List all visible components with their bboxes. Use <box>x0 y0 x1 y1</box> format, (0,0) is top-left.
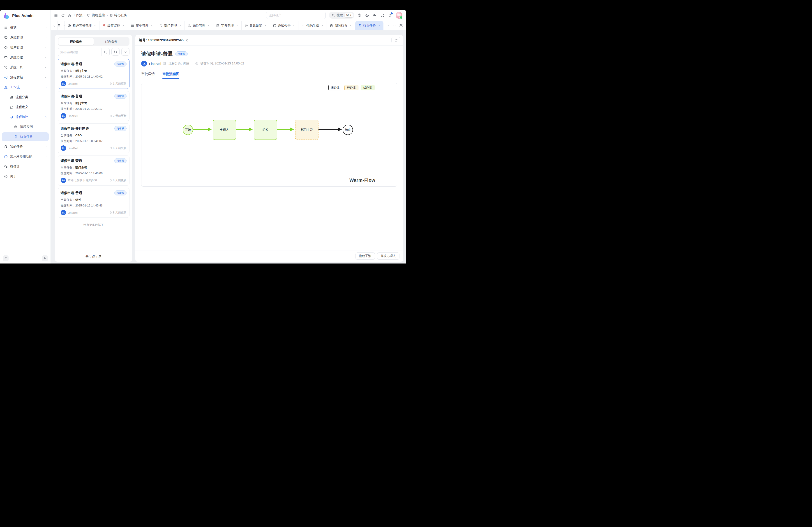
fullscreen-icon[interactable] <box>380 14 384 17</box>
tab-approval-flowchart[interactable]: 审批流程图 <box>162 72 179 79</box>
global-search-button[interactable]: 搜索 ⌘ K <box>329 12 354 19</box>
task-card[interactable]: 请假申请-普通 待审核 当前任务：部门主管 提交时间：2025-01-16 14… <box>58 155 129 185</box>
collapse-sidebar-button[interactable] <box>3 255 9 261</box>
task-card[interactable]: 请假申请-普通 待审核 当前任务：部门主管 提交时间：2025-01-23 14… <box>58 59 129 89</box>
avatar: LL <box>61 210 66 215</box>
sidebar-item-process-category[interactable]: 流程分类 <box>2 93 49 102</box>
flow-node-department-manager[interactable]: 部门主管 <box>295 120 318 140</box>
tools-icon <box>4 65 8 69</box>
detail-meta-row: LL LinaBell 流程分类: 请假 提交时间: 2025-01-23 14… <box>141 61 397 66</box>
refresh-icon[interactable] <box>61 14 65 17</box>
tab-menu-management[interactable]: 菜单管理 <box>128 21 156 30</box>
sidebar-item-system-monitor[interactable]: 系统监控 <box>2 53 49 62</box>
close-icon[interactable] <box>63 24 65 27</box>
tab-partial[interactable] <box>58 21 65 30</box>
user-avatar[interactable] <box>396 12 402 19</box>
chevron-down-icon <box>44 155 47 158</box>
tab-notice-announcement[interactable]: 通知公告 <box>270 21 299 30</box>
tab-post-management[interactable]: 岗位管理 <box>185 21 213 30</box>
process-intervene-button[interactable]: 流程干预 <box>356 253 375 260</box>
globe-icon <box>4 155 8 159</box>
breadcrumb-todo-tasks[interactable]: 待办任务 <box>110 13 128 17</box>
tabbar-end-actions <box>383 21 406 30</box>
tab-tenant-package[interactable]: 租户套餐管理 <box>65 21 100 30</box>
translate-icon[interactable] <box>373 13 377 17</box>
close-icon[interactable] <box>264 24 267 27</box>
sidebar-item-workflow[interactable]: 工作流 <box>2 83 49 92</box>
cube-icon <box>14 125 18 129</box>
avatar: LL <box>61 113 66 119</box>
tabs-dropdown-button[interactable] <box>393 24 396 27</box>
breadcrumb-separator: › <box>84 14 86 17</box>
copy-icon[interactable] <box>185 39 189 42</box>
task-card[interactable]: 请假申请-普通 待审核 当前任务：部门主管 提交时间：2025-01-22 10… <box>58 91 129 121</box>
flow-node-team-leader[interactable]: 组长 <box>254 120 277 140</box>
flowchart-canvas[interactable]: 未办理 待办理 已办理 <box>141 83 397 187</box>
sidebar-item-process-initiate[interactable]: 流程发起 <box>2 73 49 82</box>
sidebar-item-todo-tasks[interactable]: 待办任务 <box>2 132 49 141</box>
close-icon[interactable] <box>150 24 153 27</box>
menu-lines-icon <box>4 26 8 30</box>
sidebar-item-process-monitor[interactable]: 流程监控 <box>2 112 49 121</box>
pin-sidebar-button[interactable] <box>42 255 48 261</box>
sidebar-item-tenant-management[interactable]: 租户管理 <box>2 43 49 52</box>
tab-dict-management[interactable]: 字典管理 <box>213 21 242 30</box>
close-icon[interactable] <box>349 24 352 27</box>
task-cards: 请假申请-普通 待审核 当前任务：部门主管 提交时间：2025-01-23 14… <box>58 59 129 251</box>
tab-code-generation[interactable]: 代码生成 <box>299 21 327 30</box>
close-icon[interactable] <box>321 24 324 27</box>
detail-refresh-button[interactable] <box>391 37 400 43</box>
tabs-scroll-right-button[interactable] <box>387 24 390 27</box>
notifications-button[interactable] <box>388 13 392 17</box>
sidebar-item-my-tasks[interactable]: 我的任务 <box>2 142 49 151</box>
close-icon[interactable] <box>122 24 125 27</box>
close-icon[interactable] <box>236 24 238 27</box>
segment-done-tasks[interactable]: 已办任务 <box>93 38 129 45</box>
close-icon[interactable] <box>292 24 295 27</box>
change-assignee-button[interactable]: 修改办理人 <box>377 253 400 260</box>
tab-cache-monitor[interactable]: 缓存监控 <box>100 21 128 30</box>
tab-my-todo[interactable]: 我的待办 <box>327 21 355 30</box>
logo-row[interactable]: Plus Admin <box>0 10 50 22</box>
sidebar-item-overview[interactable]: 概览 <box>2 23 49 32</box>
flow-node-end[interactable]: 结束 <box>343 125 353 135</box>
tab-bar: 租户套餐管理 缓存监控 菜单管理 部门管理 <box>51 21 406 30</box>
close-icon[interactable] <box>378 24 380 27</box>
tenant-select-input[interactable] <box>266 12 326 19</box>
segment-todo-tasks[interactable]: 待办任务 <box>58 38 93 45</box>
flow-node-applicant[interactable]: 申请人 <box>213 120 236 140</box>
tab-todo-tasks-active[interactable]: 待办任务 <box>355 21 383 30</box>
sidebar-item-wechat-group[interactable]: 微信群 <box>2 162 49 171</box>
hamburger-menu-icon[interactable] <box>54 13 58 17</box>
clipboard-icon <box>110 14 113 17</box>
close-icon[interactable] <box>179 24 182 27</box>
gear-icon[interactable] <box>358 13 361 17</box>
sidebar-item-demo-features[interactable]: 演示站专用功能 <box>2 152 49 161</box>
close-icon[interactable] <box>207 24 210 27</box>
sidebar-item-process-instance[interactable]: 流程实例 <box>2 122 49 132</box>
task-list-panel: 待办任务 已办任务 请假申请-普通 待审 <box>55 35 132 262</box>
tab-department-management[interactable]: 部门管理 <box>156 21 185 30</box>
sidebar-item-system-management[interactable]: 系统管理 <box>2 33 49 42</box>
close-icon[interactable] <box>93 24 96 27</box>
moon-icon[interactable] <box>365 13 369 17</box>
task-card[interactable]: 请假申请-普通 待审核 当前任务：组长 提交时间：2025-01-16 14:4… <box>58 188 129 218</box>
breadcrumb-process-monitor[interactable]: 流程监控 <box>87 13 105 17</box>
process-name-search-input[interactable] <box>58 48 101 56</box>
task-card[interactable]: 请假申请-并行网关 待审核 当前任务：CEO 提交时间：2025-01-18 0… <box>58 123 129 153</box>
reset-button[interactable] <box>112 48 119 56</box>
sidebar-item-process-definition[interactable]: 流程定义 <box>2 103 49 111</box>
tab-param-settings[interactable]: 参数设置 <box>242 21 270 30</box>
app-logo-icon <box>3 12 10 19</box>
flow-node-start[interactable]: 开始 <box>183 125 193 135</box>
search-button[interactable] <box>101 48 110 56</box>
tabs-scroll-left-button[interactable] <box>51 21 58 30</box>
content-fullscreen-button[interactable] <box>399 24 403 28</box>
filter-button[interactable] <box>121 48 129 56</box>
sidebar-item-system-tools[interactable]: 系统工具 <box>2 63 49 72</box>
chevron-down-icon <box>44 76 47 79</box>
task-detail-panel: 编号: 1882307280470892545 请假申请-普通 待审核 LL L… <box>135 35 403 262</box>
sidebar-item-about[interactable]: 关于 <box>2 172 49 181</box>
tab-approval-detail[interactable]: 审批详情 <box>141 72 155 79</box>
breadcrumb-workflow[interactable]: 工作流 <box>68 13 83 17</box>
